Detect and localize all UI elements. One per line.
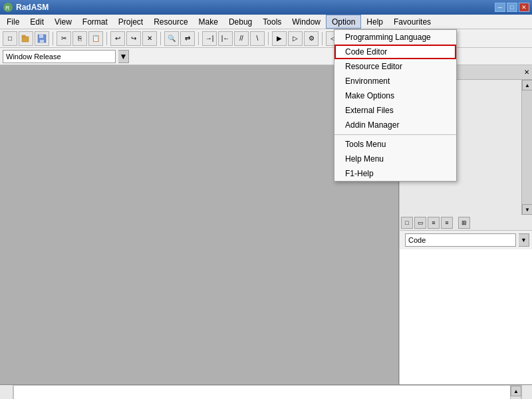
menu-tools[interactable]: Tools — [257, 15, 287, 29]
code-dropdown[interactable]: Code — [405, 233, 516, 247]
option-dropdown-menu: Programming Language Code Editor Resourc… — [334, 29, 457, 182]
right-scrollbar: ▲ ▼ — [521, 80, 532, 215]
app-icon: R — [3, 2, 13, 13]
toolbar-separator-3 — [160, 32, 161, 45]
save-button[interactable] — [35, 31, 49, 46]
menu-addin-manager[interactable]: Addin Manager — [334, 118, 456, 132]
svg-rect-3 — [22, 35, 25, 37]
maximize-button[interactable]: □ — [507, 3, 517, 12]
toolbar-separator-4 — [198, 32, 199, 45]
rt-btn-2[interactable]: ▭ — [414, 217, 426, 229]
right-code-area — [400, 249, 532, 384]
build-button[interactable]: ▶ — [272, 31, 287, 46]
close-button[interactable]: ✕ — [519, 3, 529, 12]
dropdown-value: Window Release — [6, 53, 61, 61]
right-dropdown-row: Code ▼ — [400, 231, 532, 249]
cut-button[interactable]: ✂ — [57, 31, 71, 46]
paste-button[interactable]: 📋 — [88, 31, 103, 46]
unindent-button[interactable]: |← — [218, 31, 233, 46]
run-button[interactable]: ▷ — [288, 31, 303, 46]
rt-btn-3[interactable]: ≡ — [428, 217, 440, 229]
find-button[interactable]: 🔍 — [164, 31, 179, 46]
rt-btn-4[interactable]: ≡ — [441, 217, 453, 229]
menu-view[interactable]: View — [49, 15, 77, 29]
menu-project[interactable]: Project — [113, 15, 148, 29]
bottom-main: ▲ ▼ ◄ ► ✕ — [13, 385, 521, 399]
uncomment-button[interactable]: \ — [250, 31, 265, 46]
right-dropdown-arrow[interactable]: ▼ — [519, 233, 529, 247]
comment-button[interactable]: // — [234, 31, 249, 46]
menu-code-editor[interactable]: Code Editor — [334, 45, 456, 59]
menu-external-files[interactable]: External Files — [334, 103, 456, 118]
window-release-dropdown[interactable]: Window Release — [3, 50, 116, 63]
app-title: RadASM — [16, 3, 49, 12]
toolbar-separator-5 — [268, 32, 269, 45]
dropdown-arrow-button[interactable]: ▼ — [118, 50, 129, 63]
menu-environment[interactable]: Environment — [334, 74, 456, 88]
title-left: R RadASM — [3, 2, 49, 13]
redo-button[interactable]: ↪ — [126, 31, 141, 46]
menu-window[interactable]: Window — [287, 15, 326, 29]
find-replace-button[interactable]: ⇄ — [180, 31, 195, 46]
undo-button[interactable]: ↩ — [110, 31, 125, 46]
menu-edit[interactable]: Edit — [25, 15, 49, 29]
stop-button[interactable]: ✕ — [142, 31, 157, 46]
menu-format[interactable]: Format — [77, 15, 113, 29]
new-file-button[interactable]: □ — [3, 31, 17, 46]
menu-make-options[interactable]: Make Options — [334, 88, 456, 103]
debug-button[interactable]: ⚙ — [304, 31, 319, 46]
bottom-scrollbar-v: ▲ ▼ — [510, 386, 521, 399]
menu-resource[interactable]: Resource — [148, 15, 193, 29]
svg-text:R: R — [5, 5, 10, 11]
bottom-scroll-up[interactable]: ▲ — [511, 386, 521, 396]
menu-resource-editor[interactable]: Resource Editor — [334, 59, 456, 74]
bottom-labels: Immediate — [0, 385, 13, 399]
open-file-button[interactable] — [19, 31, 33, 46]
bottom-content: ▲ ▼ — [13, 385, 521, 399]
menu-help-menu[interactable]: Help Menu — [334, 152, 456, 166]
output-label-container: Output — [521, 385, 532, 399]
svg-rect-5 — [39, 35, 43, 38]
right-toolbar: □ ▭ ≡ ≡ ⊞ — [400, 215, 532, 231]
menu-tools-menu[interactable]: Tools Menu — [334, 137, 456, 152]
rt-btn-5[interactable]: ⊞ — [458, 217, 470, 229]
menu-bar: File Edit View Format Project Resource M… — [0, 15, 532, 29]
menu-option[interactable]: Option — [326, 15, 361, 29]
menu-make[interactable]: Make — [194, 15, 223, 29]
menu-help[interactable]: Help — [361, 15, 388, 29]
copy-button[interactable]: ⎘ — [72, 31, 87, 46]
right-panel-close[interactable]: ✕ — [524, 68, 529, 76]
rt-btn-1[interactable]: □ — [401, 217, 413, 229]
minimize-button[interactable]: ─ — [495, 3, 505, 12]
menu-favourites[interactable]: Favourites — [388, 15, 436, 29]
indent-button[interactable]: →| — [202, 31, 217, 46]
title-bar: R RadASM ─ □ ✕ — [0, 0, 532, 15]
menu-debug[interactable]: Debug — [223, 15, 257, 29]
menu-programming-language[interactable]: Programming Language — [334, 30, 456, 45]
title-controls: ─ □ ✕ — [495, 3, 529, 12]
menu-separator — [334, 134, 456, 135]
right-scroll-down[interactable]: ▼ — [522, 204, 532, 215]
menu-file[interactable]: File — [1, 15, 25, 29]
menu-f1-help[interactable]: F1-Help — [334, 166, 456, 181]
toolbar-separator-2 — [106, 32, 107, 45]
svg-rect-6 — [40, 40, 44, 43]
toolbar-separator-6 — [322, 32, 323, 45]
right-dropdown-value: Code — [408, 236, 426, 244]
toolbar-separator-1 — [53, 32, 53, 45]
bottom-area: Immediate ▲ ▼ ◄ ► ✕ Output — [0, 384, 532, 399]
right-scroll-up[interactable]: ▲ — [522, 80, 532, 90]
